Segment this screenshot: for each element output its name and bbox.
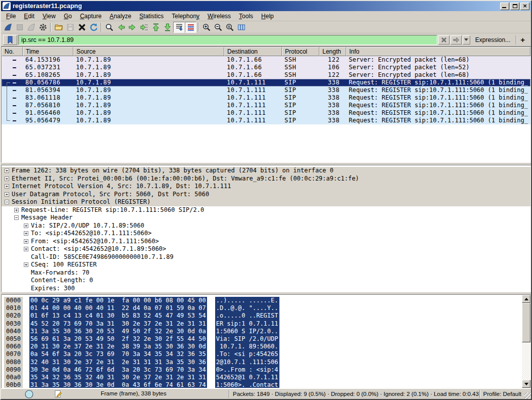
expand-icon[interactable]: + [14,208,19,212]
detail-tree-row[interactable]: +Request-Line: REGISTER sip:10.7.1.111:5… [2,206,530,214]
detail-tree-row[interactable]: +CSeq: 100 REGISTER [2,261,530,269]
title-bar[interactable]: registeraster11.pcapng × [1,1,531,11]
detail-tree-row[interactable]: −Session Initiation Protocol (REGISTER) [2,198,530,206]
hex-row[interactable]: 006020 31 30 2e 37 2e 31 2e 38 39 3a 35 … [2,343,530,350]
detail-tree-row[interactable]: +From: <sip:4542652@10.7.1.111:5060> [2,238,530,246]
go-first-packet-button[interactable] [150,22,161,33]
expand-icon[interactable]: + [5,176,9,181]
menu-telephony[interactable]: Telephony [168,12,203,21]
close-button[interactable]: × [520,3,529,10]
scroll-up-button[interactable] [522,295,530,303]
go-to-packet-button[interactable] [138,22,150,33]
save-file-button[interactable] [64,22,76,33]
expand-icon[interactable]: + [24,262,28,267]
open-file-button[interactable] [53,22,64,33]
collapse-icon[interactable]: − [14,215,19,220]
packet-row[interactable]: 87.05681010.7.1.8910.7.1.111SIP338Reques… [2,102,530,109]
menu-wireless[interactable]: Wireless [203,12,235,21]
filter-bookmark-button[interactable] [3,35,17,45]
hex-row[interactable]: 001001 44 00 00 40 00 40 11 22 d4 0a 07 … [2,304,530,312]
detail-tree-row[interactable]: +Contact: <sip:4542652@10.7.1.89:5060> [2,245,530,253]
minimize-button[interactable] [500,3,509,10]
menu-view[interactable]: View [38,12,60,21]
detail-tree-row[interactable]: +Max-Forwards: 70 [2,269,530,277]
menu-tools[interactable]: Tools [235,12,257,21]
menu-capture[interactable]: Capture [76,12,106,21]
column-header-length[interactable]: Length [319,47,346,56]
hex-row[interactable]: 009030 3e 0d 0a 46 72 6f 6d 3a 20 3c 73 … [2,366,530,374]
filter-recent-dropdown[interactable] [463,35,470,45]
hex-row[interactable]: 002001 6f 13 c4 13 c4 01 30 b5 83 52 45 … [2,312,530,320]
reload-file-button[interactable] [88,22,99,33]
detail-tree-row[interactable]: +Via: SIP/2.0/UDP 10.7.1.89:5060 [2,222,530,230]
scroll-down-button[interactable] [522,380,530,388]
column-header-destination[interactable]: Destination [224,47,282,56]
maximize-button[interactable] [510,3,519,10]
column-header-info[interactable]: Info [346,47,530,56]
menu-file[interactable]: File [2,12,20,21]
packet-row[interactable]: 80.05678610.7.1.8910.7.1.111SIP338Reques… [2,79,530,86]
go-last-packet-button[interactable] [161,22,173,33]
capture-comment-icon[interactable] [54,389,63,398]
column-header-source[interactable]: Source [73,47,224,56]
packet-row[interactable]: 83.06111810.7.1.8910.7.1.111SIP338Reques… [2,94,530,102]
menu-go[interactable]: Go [60,12,76,21]
menu-help[interactable]: Help [257,12,278,21]
resize-columns-button[interactable] [235,22,247,33]
resize-grip[interactable] [524,392,531,399]
expression-button[interactable]: Expression... [471,36,514,43]
filter-apply-button[interactable] [451,35,462,45]
expand-icon[interactable]: + [24,239,28,244]
detail-tree-row[interactable]: +To: <sip:4542652@10.7.1.111:5060> [2,230,530,238]
bytes-scrollbar[interactable] [522,295,530,388]
packet-row[interactable]: 65.10826510.7.1.8910.7.1.66SSH122Server:… [2,71,530,79]
collapse-icon[interactable]: − [5,200,9,204]
start-capture-button[interactable] [2,22,14,33]
scrollbar-thumb[interactable] [522,303,530,342]
detail-tree-row[interactable]: +Content-Length: 0 [2,277,530,285]
close-file-button[interactable] [76,22,88,33]
filter-clear-button[interactable] [438,35,449,45]
menu-edit[interactable]: Edit [20,12,38,21]
find-packet-button[interactable] [103,22,115,33]
hex-row[interactable]: 004031 3a 35 30 36 30 20 53 49 50 2f 32 … [2,328,530,335]
add-filter-button[interactable]: + [518,35,529,44]
display-filter-input[interactable]: ip.src == 10.7.1.89 [18,35,437,45]
expand-icon[interactable]: + [24,231,28,236]
expand-icon[interactable]: + [5,184,9,189]
expand-icon[interactable]: + [24,224,28,228]
expand-icon[interactable]: + [5,192,9,197]
packet-row[interactable]: 91.05646010.7.1.8910.7.1.111SIP338Reques… [2,109,530,117]
detail-tree-row[interactable]: +Internet Protocol Version 4, Src: 10.7.… [2,183,530,191]
stop-capture-button[interactable] [14,22,25,33]
zoom-original-button[interactable] [224,22,235,33]
detail-tree-row[interactable]: +Ethernet II, Src: Protei_00:00:b6 (00:1… [2,175,530,183]
restart-capture-button[interactable] [25,22,37,33]
column-header-no[interactable]: No. [2,47,23,56]
packet-row[interactable]: 81.05639410.7.1.8910.7.1.111SIP338Reques… [2,86,530,94]
hex-row[interactable]: 00b031 3a 35 30 36 30 3e 0d 0a 43 6f 6e … [2,381,530,388]
hex-row[interactable]: 003045 52 20 73 69 70 3a 31 30 2e 37 2e … [2,320,530,328]
expert-info-icon[interactable] [24,389,34,399]
capture-options-button[interactable] [37,22,49,33]
hex-row[interactable]: 00700a 54 6f 3a 20 3c 73 69 70 3a 34 35 … [2,350,530,358]
detail-tree-row[interactable]: +User Datagram Protocol, Src Port: 5060,… [2,191,530,199]
go-back-button[interactable] [115,22,127,33]
menu-analyze[interactable]: Analyze [106,12,136,21]
expand-icon[interactable]: + [5,168,9,173]
hex-row[interactable]: 008032 40 31 30 2e 37 2e 31 2e 31 31 31 … [2,359,530,366]
auto-scroll-button[interactable] [173,22,185,33]
detail-tree-row[interactable]: +Call-ID: 585CE0E7498690000000010.7.1.89 [2,253,530,261]
hex-row[interactable]: 005056 69 61 3a 20 53 49 50 2f 32 2e 30 … [2,335,530,343]
detail-tree-row[interactable]: +Frame 1262: 338 bytes on wire (2704 bit… [2,167,530,175]
detail-tree-row[interactable]: +Expires: 300 [2,285,530,293]
status-profile[interactable]: Profile: Default [480,391,524,397]
packet-row[interactable]: 65.03723110.7.1.8910.7.1.66SSH106Server:… [2,64,530,71]
go-forward-button[interactable] [127,22,138,33]
colorize-packets-button[interactable] [185,22,196,33]
detail-tree-row[interactable]: −Message Header [2,214,530,222]
packet-row[interactable]: 64.15319610.7.1.8910.7.1.66SSH122Server:… [2,56,530,64]
column-header-time[interactable]: Time [23,47,73,56]
zoom-in-button[interactable] [200,22,212,33]
hex-row[interactable]: 00a035 34 32 36 35 32 40 31 30 2e 37 2e … [2,374,530,381]
